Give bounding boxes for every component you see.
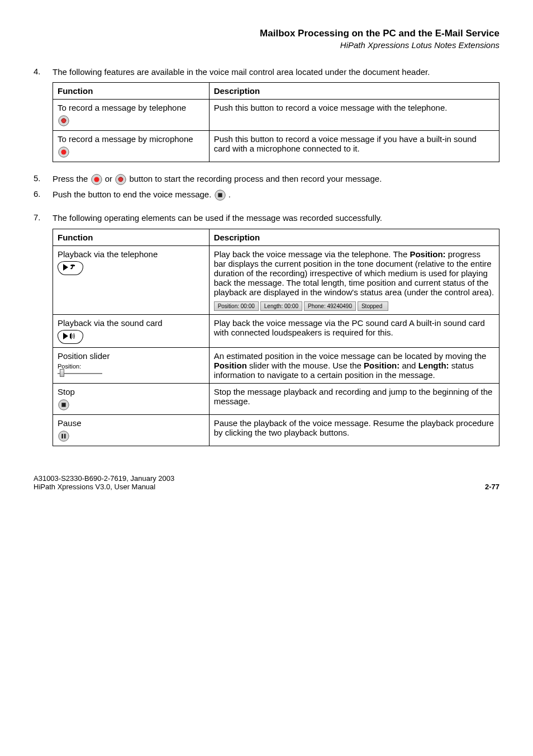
text-fragment: Play back the voice message via the tele… [214,249,410,259]
step-text: The following operating elements can be … [53,212,499,224]
func-desc: Push this button to record a voice messa… [209,131,499,162]
bold-fragment: Length: [418,361,449,370]
func-label: To record a message by telephone [58,103,186,112]
table-row: To record a message by microphone Push t… [53,131,499,162]
features-table: Function Description To record a message… [53,82,499,162]
svg-point-3 [61,150,66,155]
step-6: 6. Push the button to end the voice mess… [34,189,499,201]
text-fragment: slider with the mouse. Use the [247,361,364,370]
status-bar: Position: 00:00 Length: 00:00 Phone: 492… [214,301,388,311]
stop-icon [58,399,70,411]
text-fragment: Press the [53,174,91,183]
play-telephone-icon [58,261,83,275]
step-number: 7. [34,212,53,222]
slider-thumb [60,369,64,377]
status-position: Position: 00:00 [214,301,259,311]
pause-icon [58,430,70,442]
stop-icon [214,189,226,201]
position-slider [58,373,102,374]
func-desc: Push this button to record a voice messa… [209,100,499,131]
svg-marker-11 [63,333,68,339]
table-row: Stop Stop the message playback and recor… [53,383,499,414]
step-number: 4. [34,67,53,76]
status-phone: Phone: 49240490 [304,301,356,311]
text-fragment: and [399,361,418,370]
step-4: 4. The following features are available … [34,67,499,162]
col-function: Function [53,83,210,100]
step-7: 7. The following operating elements can … [34,212,499,446]
record-telephone-icon [58,115,70,127]
svg-point-1 [61,119,66,123]
func-label: Pause [58,418,82,428]
svg-rect-9 [218,193,222,197]
record-telephone-icon [115,173,127,186]
page-header: Mailbox Processing on the PC and the E-M… [34,28,499,50]
svg-point-5 [94,177,99,182]
table-row: Playback via the telephone Play back the… [53,245,499,314]
col-description: Description [209,83,499,100]
svg-point-7 [118,177,123,182]
step-text: Press the or button to start the recordi… [53,173,499,186]
func-desc: Stop the message playback and recording … [209,383,499,414]
svg-rect-16 [64,433,66,438]
step-text: The following features are available in … [53,67,499,78]
record-microphone-icon [58,146,70,158]
svg-rect-13 [61,403,65,407]
text-fragment: Push the button to end the voice message… [53,190,214,199]
page-footer: A31003-S2330-B690-2-7619, January 2003 H… [34,474,499,491]
table-row: Position slider Position: An estimated p… [53,347,499,383]
step-text: Push the button to end the voice message… [53,189,499,201]
table-row: To record a message by telephone Push th… [53,100,499,131]
step-5: 5. Press the or button to start the reco… [34,173,499,186]
bold-fragment: Position: [410,249,445,259]
func-desc: Pause the playback of the voice message.… [209,414,499,446]
operating-elements-table: Function Description Playback via the te… [53,229,499,446]
func-desc: An estimated position in the voice messa… [209,347,499,383]
page-number: 2-77 [485,483,499,491]
func-label: Playback via the sound card [58,318,163,328]
header-title: Mailbox Processing on the PC and the E-M… [34,28,499,39]
footer-doc-id: A31003-S2330-B690-2-7619, January 2003 [34,474,174,483]
svg-rect-15 [61,433,63,438]
svg-marker-10 [63,264,68,271]
func-label: Position slider [58,351,110,361]
header-subtitle: HiPath Xpressions Lotus Notes Extensions [34,40,499,50]
func-label: Stop [58,387,75,396]
step-number: 6. [34,189,53,199]
func-desc: Play back the voice message via the PC s… [209,314,499,347]
func-label: Playback via the telephone [58,249,158,259]
text-fragment: . [229,190,231,199]
status-state: Stopped [358,301,388,311]
func-desc: Play back the voice message via the tele… [209,245,499,314]
table-row: Playback via the sound card Play back th… [53,314,499,347]
play-soundcard-icon [58,330,83,344]
text-fragment: or [105,174,115,183]
status-length: Length: 00:00 [260,301,302,311]
slider-label: Position: [58,363,204,370]
bold-fragment: Position [214,361,247,370]
text-fragment: An estimated position in the voice messa… [214,351,487,361]
func-label: To record a message by microphone [58,134,193,144]
table-row: Pause Pause the playback of the voice me… [53,414,499,446]
bold-fragment: Position: [364,361,399,370]
col-function: Function [53,229,210,245]
record-microphone-icon [91,173,103,186]
text-fragment: button to start the recording process an… [129,174,382,183]
svg-point-14 [59,431,69,441]
footer-manual: HiPath Xpressions V3.0, User Manual [34,483,174,491]
col-description: Description [209,229,499,245]
step-number: 5. [34,173,53,183]
